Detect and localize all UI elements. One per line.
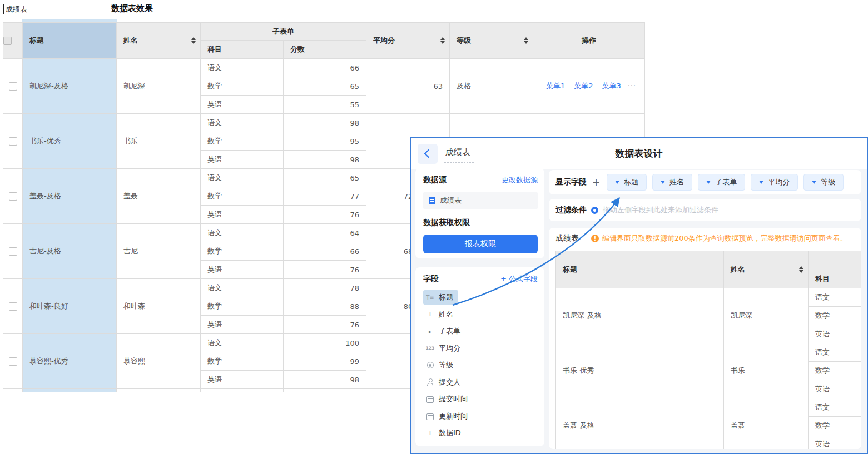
cell-score: 99: [284, 352, 366, 371]
cell-score: 78: [284, 279, 366, 297]
chevron-down-icon: [706, 181, 711, 184]
cell-subject: 英语: [201, 206, 284, 224]
table-row: 书乐-优秀 书乐 语文 98 97 优秀 菜单1菜单2菜单3···: [3, 114, 645, 132]
fields-label: 字段: [423, 274, 439, 284]
cell-subject: 数学: [201, 242, 284, 261]
sort-icon[interactable]: [440, 37, 445, 44]
calendar-icon: [425, 395, 435, 403]
fields-card: 字段 + 公式字段 T≡标题 I姓名 ▸子表单 123平均分 等级 提交人 提交…: [415, 267, 544, 446]
cell-subject: 数学: [201, 132, 284, 151]
add-display-field-icon[interactable]: +: [592, 177, 600, 188]
header-average[interactable]: 平均分: [366, 23, 450, 59]
cell-score: 65: [284, 169, 366, 187]
radio-field-icon: [425, 362, 435, 368]
expand-triangle-icon[interactable]: ▸: [425, 328, 435, 335]
preview-header-title[interactable]: 标题: [556, 251, 724, 288]
cell-subject: 语文: [809, 288, 862, 307]
cell-name: 和叶森: [117, 279, 201, 334]
field-chip-grade[interactable]: 等级: [803, 174, 844, 191]
preview-warning: 编辑界面只取数据源前200条作为查询数据预览，完整数据请访问页面查看。: [591, 233, 847, 243]
cell-score: 76: [284, 316, 366, 334]
field-item-grade[interactable]: 等级: [423, 357, 538, 374]
datasource-card: 数据源 更改数据源 成绩表 数据获取权限 报表权限: [415, 168, 544, 258]
title-field-icon: T≡: [425, 295, 435, 301]
cell-subject: 英语: [201, 371, 284, 389]
field-item-subform[interactable]: ▸子表单: [423, 323, 538, 340]
field-item-submit-time[interactable]: 提交时间: [423, 391, 538, 408]
filter-card[interactable]: 过滤条件 拖动左侧字段到此处来添加过滤条件: [549, 199, 861, 221]
row-checkbox[interactable]: [9, 82, 17, 91]
cell-title: 凯尼深-及格: [556, 288, 724, 343]
cell-name: 盖聂: [117, 169, 201, 224]
cell-title: 盖聂-及格: [556, 398, 724, 450]
cell-title: 盖聂-及格: [23, 169, 117, 224]
cell-subject: 英语: [201, 316, 284, 334]
cell-name: 盖聂: [724, 398, 809, 450]
chevron-down-icon: [759, 181, 763, 184]
change-datasource-link[interactable]: 更改数据源: [502, 175, 538, 185]
row-checkbox[interactable]: [9, 137, 17, 146]
preview-source-label: 成绩表: [555, 233, 579, 243]
menu3-link[interactable]: 菜单3: [602, 82, 621, 90]
filter-placeholder: 拖动左侧字段到此处来添加过滤条件: [603, 205, 718, 215]
cell-score: 98: [284, 114, 366, 132]
report-permission-button[interactable]: 报表权限: [423, 235, 538, 253]
calendar-icon: [425, 412, 435, 420]
cell-score: 100: [284, 334, 366, 352]
sort-icon[interactable]: [799, 266, 803, 273]
field-item-average[interactable]: 123平均分: [423, 340, 538, 357]
row-checkbox[interactable]: [9, 247, 17, 256]
row-checkbox[interactable]: [9, 357, 17, 366]
cell-subject: 数学: [201, 297, 284, 316]
field-item-update-time[interactable]: 更新时间: [423, 408, 538, 425]
actions-cell: 菜单1菜单2菜单3···: [533, 59, 645, 114]
cell-title: 凯尼深-及格: [23, 59, 117, 114]
cell-subject: 数学: [809, 417, 862, 435]
more-actions-icon[interactable]: ···: [628, 82, 636, 90]
select-all-checkbox[interactable]: [3, 37, 12, 45]
cell-name: 吉尼: [117, 224, 201, 279]
header-title[interactable]: 标题: [23, 23, 117, 59]
field-item-submitter[interactable]: 提交人: [423, 374, 538, 391]
menu1-link[interactable]: 菜单1: [546, 82, 565, 90]
cell-subject: 数学: [809, 362, 862, 380]
cell-score: 64: [284, 224, 366, 242]
person-icon: [425, 378, 435, 386]
cell-subject: 英语: [201, 151, 284, 169]
permission-label: 数据获取权限: [423, 218, 538, 228]
field-chip-name[interactable]: 姓名: [652, 174, 692, 191]
field-item-data-id[interactable]: I数据ID: [423, 425, 538, 442]
menu2-link[interactable]: 菜单2: [574, 82, 593, 90]
preview-header-name[interactable]: 姓名: [724, 251, 809, 288]
cell-subject: 英语: [809, 380, 862, 398]
add-formula-field-link[interactable]: + 公式字段: [500, 274, 538, 284]
field-chip-average[interactable]: 平均分: [751, 174, 798, 191]
cell-score: 88: [284, 297, 366, 316]
chevron-down-icon: [812, 181, 816, 184]
cell-name: 书乐: [117, 114, 201, 169]
header-name[interactable]: 姓名: [117, 23, 201, 59]
datasource-item-label: 成绩表: [440, 196, 462, 206]
header-grade[interactable]: 等级: [450, 23, 533, 59]
cell-name: 书乐: [724, 343, 809, 398]
sort-icon[interactable]: [524, 37, 528, 44]
datasource-item[interactable]: 成绩表: [423, 192, 538, 209]
cell-subject: 语文: [201, 334, 284, 352]
field-item-title[interactable]: T≡标题: [423, 289, 538, 306]
field-chip-subform[interactable]: 子表单: [698, 174, 745, 191]
row-checkbox[interactable]: [9, 192, 17, 201]
cell-subject: 英语: [201, 96, 284, 114]
cell-score: 77: [284, 187, 366, 206]
gear-icon[interactable]: [591, 207, 598, 214]
field-item-name[interactable]: I姓名: [423, 306, 538, 323]
cell-subject: 语文: [201, 169, 284, 187]
select-all-cell[interactable]: [3, 23, 23, 59]
field-chip-title[interactable]: 标题: [607, 174, 647, 191]
preview-header-subject: 科目: [809, 270, 862, 288]
chevron-down-icon: [615, 181, 619, 184]
sort-icon[interactable]: [191, 37, 196, 44]
header-subject: 科目: [201, 41, 284, 59]
cell-name: 凯尼深: [724, 288, 809, 343]
row-checkbox[interactable]: [9, 302, 17, 311]
text-field-icon: I: [425, 430, 435, 437]
